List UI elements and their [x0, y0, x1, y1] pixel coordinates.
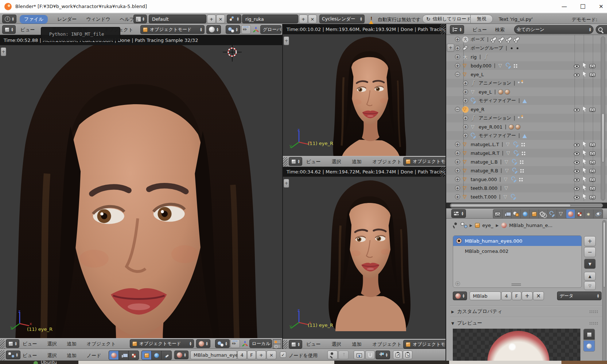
outliner-item-label[interactable]: matugeL.L.T [471, 142, 499, 147]
snap-mode-select[interactable] [376, 351, 390, 359]
properties-tab[interactable] [539, 210, 548, 218]
slot-add-corner-icon[interactable]: + [455, 281, 460, 286]
expand-toggle[interactable]: + [455, 185, 460, 191]
expand-toggle[interactable]: + [455, 63, 460, 68]
viewport-menu-item[interactable]: オブジェクト [373, 158, 402, 165]
visibility-toggle-icon[interactable] [574, 64, 580, 68]
slot-move-down-button[interactable]: ▽ [584, 281, 596, 290]
mid-bottom-3d-viewport[interactable]: (11) eye_R + [283, 177, 445, 339]
visibility-toggle-icon[interactable] [574, 73, 580, 77]
viewport-menu-item[interactable]: 選択 [332, 158, 341, 165]
visibility-toggle-icon[interactable] [583, 63, 587, 69]
properties-tab[interactable] [575, 210, 584, 218]
expand-toggle[interactable]: + [455, 150, 460, 156]
shader-scope-button[interactable] [142, 351, 152, 360]
visibility-toggle-icon[interactable] [590, 73, 595, 77]
expand-toggle[interactable]: + [463, 124, 468, 129]
maximize-button[interactable]: ☐ [580, 3, 585, 10]
render-engine-select[interactable]: Cyclesレンダー [319, 15, 365, 23]
material-slot-row[interactable]: MBlab_human_eyes.000 [453, 236, 581, 246]
minimize-button[interactable]: — [561, 3, 567, 10]
visibility-toggle-icon[interactable] [590, 152, 595, 156]
visibility-toggle-icon[interactable] [590, 108, 595, 112]
outliner-row[interactable]: + matuge_R.B [446, 166, 607, 175]
outliner-item-label[interactable]: モディファイアー [479, 133, 516, 139]
material-browse-button[interactable] [174, 351, 188, 359]
pin-button[interactable] [327, 351, 338, 359]
material-users-button[interactable]: 4 [501, 291, 511, 300]
close-button[interactable]: ✕ [599, 3, 603, 10]
visibility-toggle-icon[interactable] [574, 178, 580, 182]
properties-vscrollbar[interactable] [602, 220, 606, 363]
list-resize-grip[interactable] [511, 283, 521, 286]
viewport-menu-item[interactable]: オブジェクト [87, 341, 116, 347]
visibility-toggle-icon[interactable] [574, 187, 580, 191]
scene-icon-button[interactable] [227, 15, 241, 23]
editor-type-properties-button[interactable] [451, 209, 466, 218]
properties-tab[interactable] [557, 210, 566, 218]
use-nodes-checkbox[interactable]: ✓ [280, 352, 286, 358]
editor-type-outliner-button[interactable] [450, 25, 464, 34]
shader-scope-button[interactable] [152, 351, 162, 360]
properties-tab[interactable] [566, 210, 575, 218]
mode-select-bottom[interactable]: オブジェクトモード [130, 339, 194, 348]
mid-top-3d-viewport[interactable]: (11) eye_R + [283, 34, 445, 156]
visibility-toggle-icon[interactable] [583, 72, 587, 77]
material-users-button[interactable]: 4 [237, 351, 247, 359]
shader-scope-button[interactable] [162, 351, 171, 360]
visibility-toggle-icon[interactable] [574, 196, 580, 199]
outliner-item-label[interactable]: matuge_L.B [471, 159, 498, 165]
outliner-row[interactable]: + ポーズ [446, 35, 607, 44]
outliner-row[interactable]: + body.000 [446, 61, 607, 70]
region-expand-tab[interactable]: + [284, 179, 289, 188]
visibility-toggle-icon[interactable] [583, 168, 587, 173]
visibility-toggle-icon[interactable] [574, 161, 580, 164]
preview-flat-button[interactable] [583, 329, 595, 340]
expand-toggle[interactable]: + [463, 133, 468, 138]
layout-icon-button[interactable] [133, 15, 147, 23]
nodes-breadcrumb-icon[interactable] [461, 222, 467, 228]
viewport-menu-item[interactable]: 追加 [67, 341, 77, 347]
visibility-toggle-icon[interactable] [590, 160, 595, 164]
viewport-menu-item[interactable]: ビュー [23, 341, 37, 347]
outliner-row[interactable]: + eye_R.001 [446, 122, 607, 131]
outliner-vscrollbar[interactable] [601, 36, 605, 200]
layout-delete-button[interactable]: × [216, 15, 225, 23]
main-menu-item[interactable]: ファイル [20, 15, 48, 24]
node-menu-item[interactable]: 選択 [47, 352, 57, 359]
preview-sphere-button[interactable] [583, 340, 595, 352]
editor-type-3dview-button[interactable] [289, 157, 302, 166]
outliner-item-label[interactable]: アニメーション [479, 115, 511, 121]
expand-toggle[interactable]: − [455, 107, 460, 112]
material-unlink-button[interactable]: × [266, 351, 276, 359]
viewport-menu-item[interactable]: 追加 [352, 158, 362, 165]
viewport-menu-item[interactable]: ビュー [306, 158, 321, 165]
outliner-item-label[interactable]: teeth.T.000 [471, 194, 497, 200]
outliner-item-label[interactable]: アニメーション [479, 80, 511, 86]
outliner-item-label[interactable]: rig [471, 54, 477, 60]
expand-toggle[interactable]: + [455, 142, 460, 147]
outliner-item-label[interactable]: ボーングループ [471, 45, 503, 51]
outliner-row[interactable]: + モディファイアー [446, 131, 607, 140]
visibility-toggle-icon[interactable] [590, 64, 595, 68]
region-expand-tab[interactable]: + [1, 47, 6, 56]
visibility-toggle-icon[interactable] [590, 143, 595, 147]
expand-toggle[interactable]: + [463, 81, 468, 86]
outliner-item-label[interactable]: eye_R [471, 107, 485, 112]
expand-toggle[interactable]: + [455, 159, 460, 164]
material-unlink-button[interactable]: × [533, 291, 544, 300]
viewport-menu-item[interactable]: ビュー [306, 341, 321, 348]
paste-nodes-button[interactable] [403, 351, 412, 359]
outliner-item-label[interactable]: teeth.B.000 [471, 185, 498, 191]
preview-panel-header[interactable]: ▼ プレビュー [451, 320, 603, 326]
expand-toggle[interactable]: + [463, 89, 468, 94]
visibility-toggle-icon[interactable] [583, 107, 587, 112]
pivot-point-select-top[interactable] [226, 25, 240, 34]
layout-add-button[interactable]: + [207, 15, 216, 23]
scene-name-field[interactable]: rig_ruka [242, 15, 298, 23]
editor-type-node-button[interactable] [6, 351, 20, 359]
outliner-filter-select[interactable]: 全てのシーン [514, 25, 594, 34]
expand-toggle[interactable]: + [463, 98, 468, 103]
scene-delete-button[interactable]: × [308, 15, 317, 23]
visibility-toggle-icon[interactable] [583, 177, 587, 182]
